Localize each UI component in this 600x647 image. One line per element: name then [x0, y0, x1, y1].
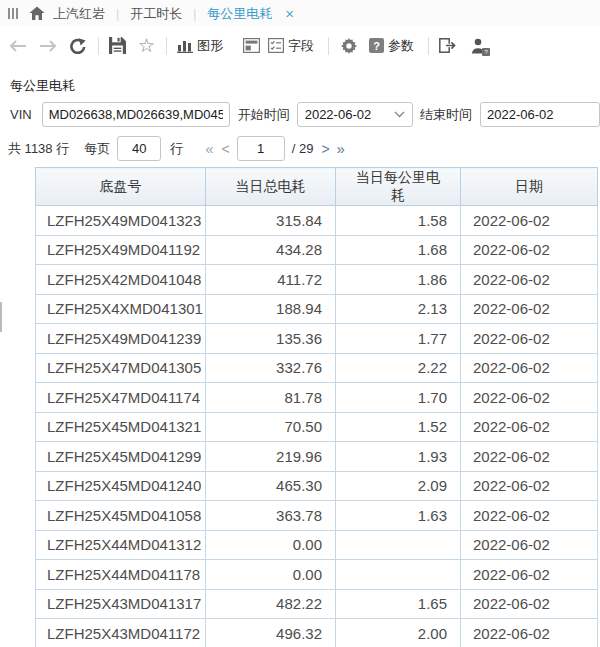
cell-per-km-consumption: 2.09 [336, 471, 461, 501]
cell-per-km-consumption: 1.58 [336, 206, 461, 236]
col-header-total-consumption[interactable]: 当日总电耗 [206, 168, 336, 206]
table-row[interactable]: LZFH25X43MD041317 482.22 1.65 2022-06-02 [36, 589, 598, 619]
tab-per-km-consumption[interactable]: 每公里电耗 [207, 5, 272, 23]
cell-total-consumption: 219.96 [206, 442, 336, 472]
table-row[interactable]: LZFH25X45MD041321 70.50 1.52 2022-06-02 [36, 412, 598, 442]
chevron-down-icon [394, 111, 405, 118]
bar-chart-icon [177, 38, 193, 53]
params-button[interactable]: ? 参数 [369, 37, 414, 55]
table-row[interactable]: LZFH25X47MD041174 81.78 1.70 2022-06-02 [36, 383, 598, 413]
layout-panel-button[interactable] [243, 38, 260, 53]
cell-total-consumption: 411.72 [206, 265, 336, 295]
cell-total-consumption: 332.76 [206, 353, 336, 383]
cell-date: 2022-06-02 [461, 589, 598, 619]
cell-per-km-consumption: 2.22 [336, 353, 461, 383]
cell-date: 2022-06-02 [461, 619, 598, 647]
per-page-input[interactable] [117, 136, 161, 161]
favorite-star-icon[interactable]: ☆ [138, 36, 155, 55]
end-time-label: 结束时间 [420, 106, 472, 124]
close-tab-icon[interactable]: × [285, 6, 294, 21]
export-button[interactable] [439, 38, 457, 53]
cell-per-km-consumption: 2.00 [336, 619, 461, 647]
toolbar-divider [428, 37, 429, 55]
menu-grip-icon[interactable] [8, 8, 18, 19]
last-page-button[interactable]: » [337, 141, 345, 156]
cell-date: 2022-06-02 [461, 235, 598, 265]
chart-button[interactable]: 图形 [177, 37, 223, 55]
col-header-per-km-consumption[interactable]: 当日每公里电耗 [336, 168, 461, 206]
table-row[interactable]: LZFH25X45MD041058 363.78 1.63 2022-06-02 [36, 501, 598, 531]
vin-input[interactable] [42, 102, 230, 127]
cell-chassis: LZFH25X43MD041317 [36, 589, 206, 619]
tab-work-duration[interactable]: 开工时长 [130, 5, 182, 23]
cell-total-consumption: 465.30 [206, 471, 336, 501]
left-scrollbar-thumb[interactable] [0, 302, 2, 332]
start-time-label: 开始时间 [238, 106, 290, 124]
fields-button[interactable]: 字段 [268, 37, 314, 55]
cell-total-consumption: 482.22 [206, 589, 336, 619]
app-window: 上汽红岩 | 开工时长 | 每公里电耗 × ☆ 图形 [0, 0, 600, 647]
per-page-unit-label: 行 [170, 140, 183, 158]
cell-per-km-consumption: 1.77 [336, 324, 461, 354]
col-header-chassis[interactable]: 底盘号 [36, 168, 206, 206]
col-header-date[interactable]: 日期 [461, 168, 598, 206]
cell-date: 2022-06-02 [461, 471, 598, 501]
cell-per-km-consumption: 1.68 [336, 235, 461, 265]
table-row[interactable]: LZFH25X44MD041312 0.00 2022-06-02 [36, 530, 598, 560]
current-page-input[interactable] [237, 136, 285, 161]
user-account-button[interactable]: ? [471, 38, 486, 54]
cell-per-km-consumption: 1.93 [336, 442, 461, 472]
cell-date: 2022-06-02 [461, 353, 598, 383]
start-date-value: 2022-06-02 [305, 107, 372, 122]
table-row[interactable]: LZFH25X47MD041305 332.76 2.22 2022-06-02 [36, 353, 598, 383]
table-row[interactable]: LZFH25X49MD041192 434.28 1.68 2022-06-02 [36, 235, 598, 265]
cell-date: 2022-06-02 [461, 530, 598, 560]
cell-chassis: LZFH25X47MD041305 [36, 353, 206, 383]
cell-chassis: LZFH25X45MD041240 [36, 471, 206, 501]
home-icon[interactable] [29, 6, 45, 21]
cell-chassis: LZFH25X45MD041321 [36, 412, 206, 442]
table-row[interactable]: LZFH25X44MD041178 0.00 2022-06-02 [36, 560, 598, 590]
cell-total-consumption: 188.94 [206, 294, 336, 324]
back-button[interactable] [9, 40, 27, 52]
table-row[interactable]: LZFH25X49MD041239 135.36 1.77 2022-06-02 [36, 324, 598, 354]
cell-per-km-consumption: 1.86 [336, 265, 461, 295]
toolbar: ☆ 图形 字段 ? 参数 [0, 27, 600, 64]
cell-total-consumption: 0.00 [206, 530, 336, 560]
cell-date: 2022-06-02 [461, 294, 598, 324]
prev-page-button[interactable]: < [222, 142, 230, 156]
table-row[interactable]: LZFH25X43MD041172 496.32 2.00 2022-06-02 [36, 619, 598, 647]
cell-chassis: LZFH25X44MD041178 [36, 560, 206, 590]
cell-date: 2022-06-02 [461, 501, 598, 531]
total-rows-label: 共 1138 行 [8, 140, 69, 158]
settings-gear-icon[interactable] [341, 38, 357, 54]
save-button[interactable] [109, 37, 126, 54]
layout-panel-icon [243, 38, 260, 53]
table-row[interactable]: LZFH25X45MD041299 219.96 1.93 2022-06-02 [36, 442, 598, 472]
cell-chassis: LZFH25X49MD041239 [36, 324, 206, 354]
filter-bar: VIN 开始时间 2022-06-02 结束时间 [10, 102, 600, 127]
forward-button[interactable] [39, 40, 57, 52]
total-pages-label: / 29 [292, 141, 314, 156]
cell-total-consumption: 70.50 [206, 412, 336, 442]
cell-chassis: LZFH25X44MD041312 [36, 530, 206, 560]
cell-total-consumption: 0.00 [206, 560, 336, 590]
refresh-button[interactable] [69, 38, 87, 54]
start-date-select[interactable]: 2022-06-02 [297, 102, 413, 127]
toolbar-divider [98, 37, 99, 55]
table-row[interactable]: LZFH25X45MD041240 465.30 2.09 2022-06-02 [36, 471, 598, 501]
nav-item-brand[interactable]: 上汽红岩 [53, 5, 105, 23]
cell-chassis: LZFH25X43MD041172 [36, 619, 206, 647]
cell-chassis: LZFH25X4XMD041301 [36, 294, 206, 324]
first-page-button[interactable]: « [205, 141, 213, 156]
cell-per-km-consumption: 1.65 [336, 589, 461, 619]
table-row[interactable]: LZFH25X4XMD041301 188.94 2.13 2022-06-02 [36, 294, 598, 324]
end-date-input[interactable] [480, 102, 600, 127]
table-row[interactable]: LZFH25X42MD041048 411.72 1.86 2022-06-02 [36, 265, 598, 295]
next-page-button[interactable]: > [321, 142, 329, 156]
question-icon: ? [369, 38, 384, 53]
cell-date: 2022-06-02 [461, 383, 598, 413]
table-row[interactable]: LZFH25X49MD041323 315.84 1.58 2022-06-02 [36, 206, 598, 236]
tab-bar: 上汽红岩 | 开工时长 | 每公里电耗 × [0, 0, 600, 27]
cell-total-consumption: 434.28 [206, 235, 336, 265]
